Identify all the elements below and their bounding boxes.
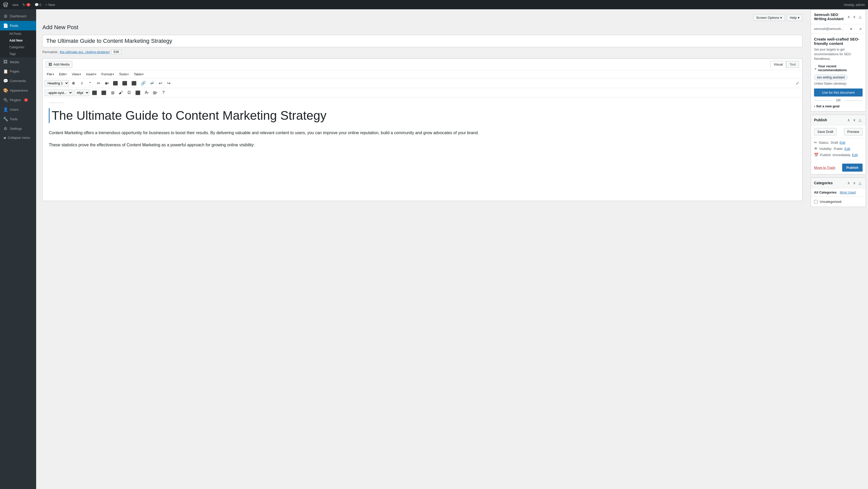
tab-most-used[interactable]: Most Used [840,190,856,194]
table-2-button[interactable]: ⬛ [134,89,142,96]
align-left-button[interactable]: ⬛ [111,79,120,87]
bold-button[interactable]: B [70,79,77,87]
sidebar-item-media[interactable]: 🖼 Media [0,57,36,67]
permalink-label: Permalink: [42,50,58,54]
editor-menu-bar: File ▾ Edit ▾ View ▾ Insert ▾ [42,70,802,78]
publish-button[interactable]: Publish [842,164,863,172]
editor-heading[interactable]: The Ultimate Guide to Content Marketing … [49,108,796,123]
align-left-2-button[interactable]: ⬛ [90,89,99,96]
use-for-document-button[interactable]: Use for this document [814,89,863,97]
align-center-button[interactable]: ⬛ [121,79,129,87]
paint-button[interactable]: 🖌 [117,89,124,96]
blockquote-button[interactable]: " [87,79,94,87]
sidebar-item-pages[interactable]: 📋 Pages [0,67,36,76]
categories-header: Categories ∧ ∨ △ [811,178,866,188]
sidebar-item-comments[interactable]: 💬 Comments [0,76,36,86]
align-center-2-button[interactable]: ⬛ [100,89,108,96]
sidebar-subitem-add-new[interactable]: Add New [9,37,36,44]
sidebar-item-appearance[interactable]: 🎨 Appearance [0,86,36,95]
semrush-collapse-up-button[interactable]: ∧ [846,14,851,19]
publish-collapse-down-button[interactable]: ∨ [852,118,857,123]
sidebar-item-dashboard[interactable]: ⊞ Dashboard [0,11,36,21]
tools-menu[interactable]: Tools ▾ [117,71,131,77]
semrush-panel: Semrush SEO Writing Assistant ∧ ∨ △ semr… [811,9,866,111]
site-name-link[interactable]: swa [12,3,18,7]
visibility-edit-link[interactable]: Edit [844,147,850,151]
publish-time-edit-link[interactable]: Edit [852,153,858,157]
editor-content[interactable]: The Ultimate Guide to Content Marketing … [42,98,802,201]
sidebar-subitem-all-posts[interactable]: All Posts [9,30,36,37]
users-icon: 👤 [3,107,8,112]
sidebar-item-tools[interactable]: 🔧 Tools [0,114,36,124]
set-goal-toggle[interactable]: › Set a new goal [814,104,863,108]
file-menu[interactable]: File ▾ [45,71,56,77]
font-select[interactable]: -apple-syst... [45,90,73,96]
keyword-tag: seo writing assistant [814,74,847,80]
uncategorized-checkbox[interactable] [814,200,818,204]
font-color-button[interactable]: A▾ [143,89,150,96]
editor-paragraph-1[interactable]: Content Marketing offers a tremendous op… [49,129,796,136]
wp-logo[interactable] [3,2,8,7]
sidebar-item-settings[interactable]: ⚙ Settings [0,124,36,133]
undo-button[interactable]: ↩ [157,79,164,87]
help-editor-button[interactable]: ? [160,89,167,96]
align-right-button[interactable]: ⬛ [130,79,138,87]
status-value: Draft [831,141,838,144]
screen-options-button[interactable]: Screen Options ▾ [753,14,785,21]
sidebar-subitem-categories[interactable]: Categories [9,44,36,51]
insert-menu[interactable]: Insert ▾ [84,71,98,77]
omega-button[interactable]: Ω [125,89,133,96]
grid-button[interactable]: ⊞▾ [151,89,159,96]
insert-special-button[interactable]: ⊞ [109,89,116,96]
sidebar-item-users[interactable]: 👤 Users [0,105,36,114]
categories-collapse-up-button[interactable]: ∧ [846,181,851,186]
view-menu[interactable]: View ▾ [70,71,83,77]
format-menu[interactable]: Format ▾ [99,71,116,77]
collapse-menu-button[interactable]: ◀ Collapse menu [0,133,36,142]
screen-options-label: Screen Options [756,16,779,20]
redo-button[interactable]: ↪ [165,79,172,87]
tab-text[interactable]: Text [786,61,799,68]
unlink-button[interactable]: 🔗 [149,79,156,87]
semrush-body-title: Create well-crafted SEO-friendly content [814,37,863,46]
bullet-list-button[interactable]: ≡▾ [95,79,102,87]
categories-expand-button[interactable]: △ [858,181,863,186]
publish-expand-button[interactable]: △ [858,118,863,123]
new-content-link[interactable]: + New [45,3,55,7]
help-button[interactable]: Help ▾ [787,14,802,21]
permalink-edit-button[interactable]: Edit [111,49,121,55]
comments-link[interactable]: 💬 0 [35,3,41,7]
italic-button[interactable]: I [78,79,86,87]
font-size-select[interactable]: 46pt [74,90,89,96]
recommendations-toggle[interactable]: ⌄ Your recent recommendations [814,64,863,72]
semrush-close-button[interactable]: △ [858,14,863,19]
categories-collapse-down-button[interactable]: ∨ [852,181,857,186]
semrush-email-chevron[interactable]: ▾ [849,26,853,31]
semrush-collapse-down-button[interactable]: ∨ [852,14,857,19]
categories-body: Uncategorized [811,197,866,207]
tab-visual[interactable]: Visual [770,61,786,68]
link-button[interactable]: 🔗 [139,79,148,87]
sidebar-item-plugins[interactable]: 🔌 Plugins 3 [0,95,36,105]
sidebar-subitem-tags[interactable]: Tags [9,51,36,57]
publish-controls: ∧ ∨ △ [846,118,863,123]
updates-link[interactable]: ↻ 9 [23,3,30,7]
editor-paragraph-2[interactable]: These statistics prove the effectiveness… [49,141,796,149]
add-media-button[interactable]: 🖼 Add Media [46,61,72,68]
heading-select[interactable]: Heading 1 [45,80,69,87]
permalink-url[interactable]: the-ultimate-gui...rketing-strategy/ [60,50,110,54]
tab-all-categories[interactable]: All Categories [814,190,837,194]
move-to-trash-link[interactable]: Move to Trash [814,166,835,169]
publish-collapse-up-button[interactable]: ∧ [846,118,851,123]
editor-area: 🖼 Add Media Visual Text File ▾ Ed [42,59,802,201]
status-edit-link[interactable]: Edit [840,141,845,144]
post-title-input[interactable] [42,35,802,47]
preview-button[interactable]: Preview [844,128,863,135]
semrush-menu-button[interactable]: ≡ [859,26,863,31]
fullscreen-button[interactable]: ⤢ [795,80,800,87]
sidebar-item-posts[interactable]: 📄 Posts [0,21,36,30]
edit-menu[interactable]: Edit ▾ [57,71,69,77]
save-draft-button[interactable]: Save Draft [814,128,837,135]
ordered-list-button[interactable]: ≣▾ [103,79,110,87]
table-menu[interactable]: Table ▾ [132,71,146,77]
